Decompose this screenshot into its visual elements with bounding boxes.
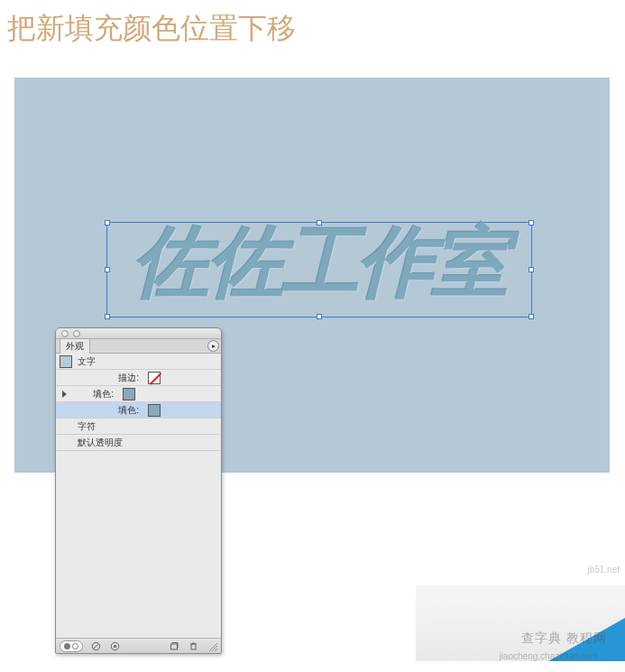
panel-body: 文字 描边: 填色: 填色: 字符 默认透明度 [56, 354, 221, 638]
panel-flyout-menu-button[interactable]: ▸ [207, 340, 219, 352]
fx-dot-icon [64, 643, 70, 649]
selection-handle-middle-left[interactable] [105, 267, 110, 272]
selection-handle-top-right[interactable] [528, 220, 534, 226]
fx-ring-icon [72, 643, 78, 649]
delete-item-button[interactable] [188, 640, 199, 652]
selection-handle-bottom-middle[interactable] [317, 314, 322, 319]
watermark-sub: jiaocheng.chazidian.com [499, 651, 598, 661]
watermark-url-top: jb51.net [587, 565, 620, 575]
panel-tab-appearance[interactable]: 外观 [60, 338, 90, 354]
svg-rect-5 [191, 644, 196, 649]
selection-handle-top-left[interactable] [105, 220, 110, 226]
appearance-panel: 外观 ▸ 文字 描边: 填色: 填色: 字符 [55, 327, 222, 654]
tutorial-heading: 把新填充颜色位置下移 [0, 0, 625, 65]
artwork-text[interactable]: 佐佐工作室 [107, 210, 531, 316]
row-disclosure-wrapper[interactable] [60, 391, 69, 398]
appearance-row-characters[interactable]: 字符 [56, 419, 221, 435]
svg-point-3 [114, 644, 116, 647]
watermark-main: 查字典 教程网 [521, 631, 607, 647]
appearance-row-fill-2[interactable]: 填色: [56, 402, 221, 419]
disclosure-triangle-icon [62, 391, 67, 398]
selection-handle-top-middle[interactable] [317, 220, 322, 226]
fill1-swatch-icon[interactable] [123, 388, 135, 400]
panel-header: 外观 ▸ [56, 339, 221, 354]
characters-label: 字符 [78, 420, 96, 433]
stroke-label: 描边: [90, 372, 142, 384]
selection-handle-bottom-left[interactable] [105, 314, 110, 319]
reduce-to-basic-button[interactable] [109, 640, 121, 652]
duplicate-item-button[interactable] [169, 640, 180, 652]
svg-rect-4 [171, 644, 178, 649]
selection-handle-bottom-right[interactable] [528, 314, 534, 319]
stroke-none-swatch-icon[interactable] [148, 372, 161, 384]
object-type-label: 文字 [78, 355, 96, 368]
fill1-label: 填色: [74, 388, 117, 400]
fill2-swatch-icon[interactable] [148, 404, 161, 417]
window-close-icon[interactable] [61, 330, 69, 337]
selection-bounding-box[interactable]: 佐佐工作室 [106, 222, 532, 318]
appearance-row-opacity[interactable]: 默认透明度 [56, 435, 221, 451]
appearance-row-stroke[interactable]: 描边: [56, 370, 221, 386]
clear-appearance-button[interactable] [90, 640, 102, 652]
fill2-label: 填色: [90, 404, 142, 417]
opacity-label: 默认透明度 [78, 437, 123, 449]
window-minimize-icon[interactable] [73, 330, 80, 337]
appearance-row-object-type[interactable]: 文字 [56, 354, 221, 370]
panel-resize-grip-icon[interactable] [207, 640, 217, 651]
appearance-row-fill-1[interactable]: 填色: [56, 386, 221, 402]
selection-handle-middle-right[interactable] [528, 267, 534, 272]
svg-line-1 [94, 643, 99, 649]
fx-toggle-pill[interactable] [60, 640, 83, 652]
panel-footer [56, 638, 221, 653]
flyout-triangle-icon: ▸ [212, 342, 216, 350]
object-type-swatch-icon [60, 355, 72, 368]
